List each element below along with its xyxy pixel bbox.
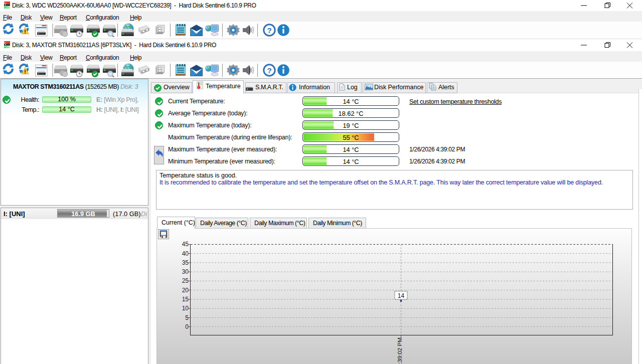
svg-text:5: 5	[185, 314, 189, 321]
svg-text:35: 35	[182, 259, 189, 266]
svg-text:14: 14	[398, 292, 405, 299]
svg-text:40: 40	[182, 250, 189, 257]
svg-text:0: 0	[185, 323, 189, 330]
svg-text:30: 30	[182, 268, 189, 275]
svg-text:25: 25	[182, 277, 189, 284]
svg-text:45: 45	[182, 241, 189, 248]
svg-text:10: 10	[182, 305, 189, 312]
svg-text:20: 20	[182, 287, 189, 294]
svg-text:4:39:02 PM: 4:39:02 PM	[397, 337, 403, 364]
svg-text:?: ?	[267, 26, 271, 35]
svg-text:15: 15	[182, 296, 189, 303]
